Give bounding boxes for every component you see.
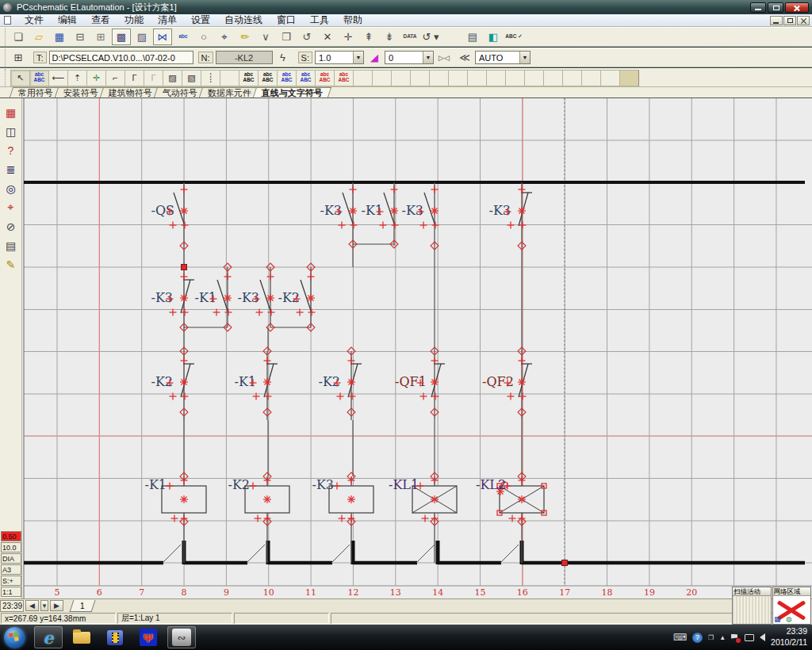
empty-slot-32[interactable] [619, 70, 639, 86]
delete-button[interactable]: ✕ [318, 29, 337, 45]
anchor-app-icon[interactable]: Ψ [134, 626, 163, 648]
schematic-canvas[interactable]: -QS-K3-K1-K3-K3-K3-K1-K3-K2-K2-K1-K2-QF1… [22, 98, 812, 598]
list-view-button[interactable]: ▤ [463, 29, 482, 45]
symbol-settings-button[interactable]: ▩ [112, 29, 131, 45]
empty-slot-22[interactable] [429, 70, 449, 86]
hatch-lines-button[interactable]: ▨ [132, 29, 151, 45]
symbol-QS-0[interactable]: -QS [151, 182, 189, 246]
empty-slot-30[interactable] [581, 70, 601, 86]
disk-mini-icon[interactable]: ▦ [774, 615, 783, 623]
menu-item-2[interactable]: 查看 [84, 13, 117, 27]
symbol-K3-4[interactable]: -K3 [489, 182, 533, 246]
database-book-button[interactable]: ◧ [484, 29, 503, 45]
recovery-app-icon[interactable]: ∾ [167, 626, 196, 648]
empty-slot-25[interactable] [486, 70, 506, 86]
grid-settings-icon[interactable]: ⊞ [9, 49, 28, 66]
hatch-tool-1-8[interactable]: ▨ [163, 70, 182, 86]
no-entry-icon[interactable]: ⊘ [3, 219, 19, 234]
empty-slot-20[interactable] [391, 70, 411, 86]
menu-item-6[interactable]: 自动连线 [217, 13, 270, 27]
conn-line-up-3[interactable]: ⇡ [67, 70, 87, 86]
conn-corner-1-5[interactable]: ⌐ [105, 70, 125, 86]
symbol-KL2-18[interactable]: -KL2 [476, 476, 546, 563]
close-button[interactable] [785, 2, 809, 13]
text-abc-red-1-16[interactable]: abcABC [315, 70, 335, 86]
area-mode-button[interactable]: ⌖ [215, 29, 234, 45]
empty-slot-23[interactable] [448, 70, 468, 86]
ie-icon[interactable]: e [34, 626, 63, 648]
menu-item-0[interactable]: 文件 [17, 13, 51, 27]
help-tray-icon[interactable]: ? [692, 633, 703, 643]
conn-corner-2-6[interactable]: Γ [124, 70, 144, 86]
empty-slot-21[interactable] [410, 70, 430, 86]
symbol-name-field[interactable]: -KL2 [216, 51, 273, 64]
action-center-flag-icon[interactable] [731, 634, 739, 641]
toolbar-grip-2[interactable] [0, 48, 6, 67]
pointer-cross-icon[interactable]: ⌖ [3, 200, 19, 215]
pencil-button[interactable]: ✏ [236, 29, 255, 45]
menu-item-7[interactable]: 窗口 [270, 13, 303, 27]
tab-1[interactable]: 安装符号 [55, 87, 106, 98]
empty-slot-28[interactable] [543, 70, 563, 86]
line-pointer-tool-0[interactable]: ↖ [10, 70, 30, 86]
page-list-dropdown[interactable]: ▾ [40, 600, 48, 611]
circle-mode-button[interactable]: ○ [194, 29, 213, 45]
tray-mini-icon[interactable]: ❐ [708, 634, 714, 641]
auto-combo[interactable]: AUTO▼ [475, 51, 530, 64]
rotate-button[interactable]: ↺ [297, 29, 316, 45]
text-abc-blue-2-15[interactable]: abcABC [296, 70, 316, 86]
symbol-K3-3[interactable]: -K3 [402, 182, 439, 246]
print-button[interactable]: ⊟ [71, 29, 90, 45]
text-mode-button[interactable]: abc [174, 29, 193, 45]
menu-item-5[interactable]: 设置 [184, 13, 217, 27]
help-book-icon[interactable]: ? [3, 143, 19, 158]
folder-icon[interactable] [67, 626, 96, 648]
empty-slot-29[interactable] [562, 70, 582, 86]
tab-0[interactable]: 常用符号 [10, 87, 61, 98]
refresh-icon[interactable]: ϟ [274, 49, 293, 66]
symbol-down-button[interactable]: ⇟ [380, 29, 399, 45]
mirror-icon[interactable]: ▷◁ [435, 49, 454, 66]
schematic-symbols[interactable]: -QS-K3-K1-K3-K3-K3-K1-K3-K2-K2-K1-K2-QF1… [145, 182, 547, 563]
symbol-K2-15[interactable]: -K2 [228, 476, 290, 563]
undo-button[interactable]: ↺ ▾ [421, 29, 440, 45]
list-lines-icon[interactable]: ≣ [3, 162, 19, 177]
text-abc-red-2-17[interactable]: abcABC [334, 70, 354, 86]
toolbar-grip-3[interactable] [0, 69, 6, 86]
dash-line-tool-10[interactable]: ┊ [201, 70, 220, 86]
symbol-up-button[interactable]: ⇞ [359, 29, 378, 45]
text-abc-black-2-13[interactable]: abcABC [258, 70, 278, 86]
menu-item-9[interactable]: 帮助 [336, 13, 370, 27]
symbol-K3-7[interactable]: -K3 [238, 267, 275, 327]
tab-4[interactable]: 数据库元件 [199, 87, 259, 98]
print-setup-button[interactable]: ⊞ [91, 29, 110, 45]
data-button[interactable]: DATA [400, 29, 419, 45]
empty-slot-19[interactable] [372, 70, 392, 86]
pixel-select-icon[interactable]: ▦ [3, 105, 19, 120]
angle-icon[interactable]: ◢ [365, 49, 384, 66]
symbol-K3-16[interactable]: -K3 [312, 476, 374, 563]
tab-3[interactable]: 气动符号 [154, 87, 205, 98]
maximize-button[interactable] [768, 2, 783, 13]
page-forward-button[interactable]: ▶ [50, 600, 63, 611]
new-file-button[interactable]: ❏ [9, 29, 28, 45]
net-label-button[interactable]: ∨ [256, 29, 275, 45]
field-button[interactable]: ❒ [277, 29, 296, 45]
symbol-K2-11[interactable]: -K2 [319, 351, 362, 420]
tab-5[interactable]: 直线与文字符号 [253, 87, 331, 98]
save-button[interactable]: ▦ [50, 29, 69, 45]
minimize-button[interactable] [750, 2, 766, 13]
mdi-minimize-button[interactable] [770, 16, 783, 25]
conn-line-left-2[interactable]: ⟵ [48, 70, 68, 86]
symbol-QF1-12[interactable]: -QF1 [395, 351, 445, 420]
scale-combo[interactable]: 1.0▼ [315, 51, 364, 64]
empty-slot-18[interactable] [353, 70, 373, 86]
angle-combo[interactable]: 0▼ [385, 51, 434, 64]
schematic-drawing[interactable]: -QS-K3-K1-K3-K3-K3-K1-K3-K2-K2-K1-K2-QF1… [22, 98, 812, 598]
text-abc-black-1-12[interactable]: abcABC [239, 70, 259, 86]
symbol-K1-2[interactable]: -K1 [362, 182, 399, 246]
network-tray-icon[interactable] [745, 634, 754, 641]
spell-check-button[interactable]: ABC ✓ [504, 29, 523, 45]
align-icon[interactable]: ≪ [455, 49, 474, 66]
page-back-button[interactable]: ◀ [25, 600, 39, 611]
